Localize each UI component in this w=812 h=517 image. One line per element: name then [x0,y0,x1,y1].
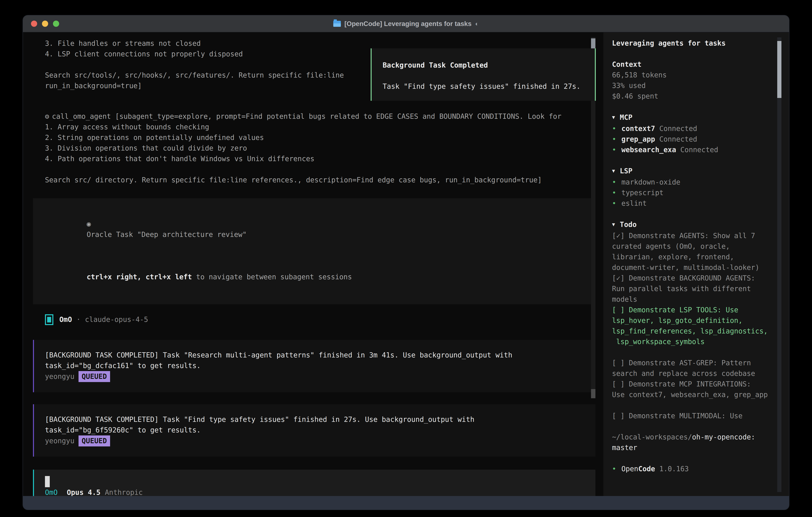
tool-call-line: 2. String operations on potentially unde… [45,132,596,143]
mcp-name: websearch_exa [621,146,676,154]
workspace-path-prefix: ~/local-workspaces/ [612,433,692,441]
agent-model: claude-opus-4-5 [85,314,148,325]
task-message-line: task_id="bg_dcfac161" to get results. [45,360,596,371]
task-message-meta: yeongyu QUEUED [45,371,596,382]
todo-heading: Todo [620,220,637,228]
fisheye-icon: ◉ [87,220,91,228]
text-cursor [45,476,50,487]
todo-line: [✓] Demonstrate AGENTS: Show all 7 [612,230,789,241]
todo-line: [✓] Demonstrate BACKGROUND AGENTS: [612,273,789,283]
oracle-task-hint: ctrl+x right, ctrl+x left to navigate be… [45,261,596,293]
minimize-window-button[interactable] [42,21,48,27]
background-task-toast[interactable]: Background Task Completed Task "Find typ… [371,48,596,101]
oracle-task-title: ◉ Oracle Task "Deep architecture review" [45,208,596,250]
green-dot-icon: • [612,125,616,133]
green-dot-icon: • [612,178,616,186]
window-title: [OpenCode] Leveraging agents for tasks [345,20,471,28]
green-dot-icon: • [612,189,616,197]
traffic-lights [31,16,59,32]
mcp-name: context7 [621,125,655,133]
mcp-item: •context7Connected [612,124,789,134]
task-message-line: [BACKGROUND TASK COMPLETED] Task "Resear… [45,350,596,360]
input-model-name: Opus 4.5 [67,487,100,496]
context-heading: Context [612,59,789,70]
mcp-status: Connected [680,146,718,154]
lsp-section-header[interactable]: ▼LSP [612,166,789,177]
tool-call-line: 3. Division operations that could divide… [45,143,596,154]
todo-line: lsp_workspace_symbols [612,336,789,347]
chevron-down-icon: ▼ [612,112,615,123]
background-task-message: [BACKGROUND TASK COMPLETED] Task "Resear… [33,340,596,392]
window-titlebar[interactable]: [OpenCode] Leveraging agents for tasks ◐ [23,16,789,32]
lsp-item: •typescript [612,188,789,198]
background-task-message: [BACKGROUND TASK COMPLETED] Task "Find t… [33,404,596,457]
sidebar-scrollbar-thumb[interactable] [777,41,781,98]
todo-line: [ ] Demonstrate LSP TOOLS: Use [612,305,789,315]
todo-line: document-writer, multimodal-looker) [612,262,789,273]
lsp-item: •markdown-oxide [612,177,789,188]
green-dot-icon: • [612,465,616,473]
lsp-name: eslint [621,199,646,207]
lsp-item: •eslint [612,198,789,209]
todo-line [612,400,789,411]
green-dot-icon: • [612,135,616,143]
todo-line: Run parallel tasks with different [612,283,789,294]
conversation-scrollbar-end[interactable] [591,389,596,398]
context-used: 33% used [612,80,789,91]
version-row: •OpenCode1.0.163 [612,464,789,474]
version-number: 1.0.163 [659,465,689,473]
lsp-name: typescript [621,189,664,197]
zoom-window-button[interactable] [53,21,59,27]
todo-line: [ ] Demonstrate MCP INTEGRATIONS: [612,379,789,389]
tool-call-header: ⚙ call_omo_agent [subagent_type=explore,… [45,111,596,122]
todo-line: lsp_find_references, lsp_diagnostics, [612,326,789,336]
todo-section-header[interactable]: ▼Todo [612,219,789,230]
session-sidebar: Leveraging agents for tasks Context 66,5… [603,32,789,496]
close-window-button[interactable] [31,21,37,27]
lsp-heading: LSP [620,167,632,175]
context-tokens: 66,518 tokens [612,70,789,80]
mcp-section-header[interactable]: ▼MCP [612,112,789,124]
task-author: yeongyu [45,371,75,382]
toast-title: Background Task Completed [383,60,595,71]
agent-separator: · [76,314,81,325]
version-name: Open [621,465,638,473]
mcp-item: •websearch_exaConnected [612,144,789,155]
sidebar-scrollbar[interactable] [777,37,781,492]
todo-line: librarian, explore, frontend, [612,252,789,262]
workspace-repo: oh-my-opencode: [692,433,755,441]
input-provider-name: Anthropic [105,487,143,496]
tool-call-block: ⚙ call_omo_agent [subagent_type=explore,… [45,111,596,185]
green-dot-icon: • [612,146,616,154]
todo-line: curated agents (OmO, oracle, [612,241,789,252]
context-spent: $0.46 spent [612,91,789,102]
todo-line: models [612,294,789,305]
tool-call-line [45,164,596,175]
task-message-line: [BACKGROUND TASK COMPLETED] Task "Find t… [45,414,596,425]
input-agent-name: OmO [45,487,58,496]
mcp-item: •grep_appConnected [612,134,789,144]
oracle-task-card[interactable]: ◉ Oracle Task "Deep architecture review"… [33,198,596,304]
green-dot-icon: • [612,199,616,207]
window-title-group: [OpenCode] Leveraging agents for tasks ◐ [333,20,479,28]
workspace-branch: master [612,442,789,453]
folder-icon-tab [334,19,337,21]
window-bottom-edge [23,496,789,510]
agent-header-row: OmO · claude-opus-4-5 [45,314,596,325]
tool-call-line: Search src/ directory. Return specific f… [45,175,596,185]
mcp-status: Connected [659,135,697,143]
workspace-path: ~/local-workspaces/oh-my-opencode: [612,432,789,442]
gear-icon: ⚙ [45,111,49,122]
task-message-meta: yeongyu QUEUED [45,435,596,446]
hint-keys: ctrl+x right, ctrl+x left [87,273,192,281]
task-message-line: task_id="bg_6f59260c" to get results. [45,425,596,435]
todo-line: [ ] Demonstrate AST-GREP: Pattern [612,358,789,368]
mcp-heading: MCP [620,113,632,121]
mcp-name: grep_app [621,135,655,143]
tool-call-line: 4. Path operations that don't handle Win… [45,154,596,164]
conversation-pane: 3. File handles or streams not closed 4.… [23,32,603,496]
prompt-input[interactable]: OmO Opus 4.5 Anthropic [33,470,596,496]
scrollback-line: 3. File handles or streams not closed [45,38,596,49]
folder-icon [333,21,341,27]
queued-status-badge: QUEUED [79,371,110,382]
